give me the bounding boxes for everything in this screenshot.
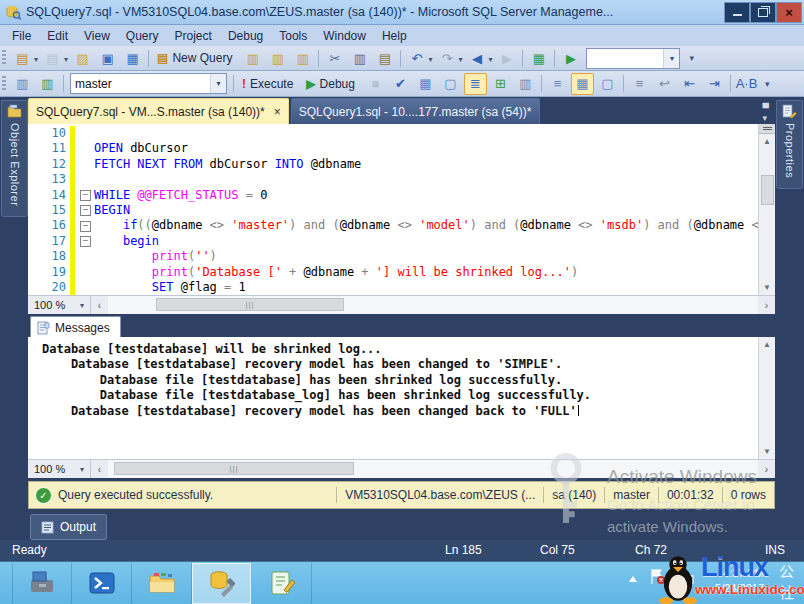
activity-monitor-icon[interactable]: ▦ bbox=[527, 47, 550, 69]
menu-window[interactable]: Window bbox=[315, 27, 374, 45]
redo-icon[interactable]: ↷ bbox=[435, 47, 458, 69]
new-dmx-query-icon[interactable]: ▥ bbox=[266, 47, 289, 69]
menu-tools[interactable]: Tools bbox=[271, 27, 315, 45]
collapse-icon[interactable]: – bbox=[80, 205, 91, 216]
object-explorer-tab[interactable]: Object Explorer bbox=[1, 100, 28, 217]
parse-icon[interactable]: ✔ bbox=[389, 73, 412, 95]
messages-pane[interactable]: Database [testdatabase] will be shrinked… bbox=[28, 337, 775, 459]
splitter-handle[interactable] bbox=[759, 124, 775, 134]
properties-tab[interactable]: Properties bbox=[776, 100, 803, 189]
editor-scroll-thumb[interactable] bbox=[761, 175, 774, 205]
paste-icon[interactable]: ▤ bbox=[373, 47, 396, 69]
collapse-icon[interactable]: – bbox=[80, 236, 91, 247]
menu-help[interactable]: Help bbox=[374, 27, 415, 45]
open-file-icon[interactable]: ▨ bbox=[71, 47, 94, 69]
intellisense-icon[interactable]: ≣ bbox=[464, 73, 487, 95]
find-combo-dropdown-icon[interactable]: ▾ bbox=[663, 49, 679, 68]
powershell-taskbar-button[interactable] bbox=[72, 563, 132, 604]
connect-database-icon[interactable]: ▥ bbox=[11, 73, 34, 95]
messages-scroll-right-icon[interactable]: › bbox=[758, 460, 775, 478]
query-options-icon[interactable]: ▢ bbox=[439, 73, 462, 95]
decrease-indent-icon[interactable]: ⇤ bbox=[678, 73, 701, 95]
title-bar[interactable]: SQLQuery7.sql - VM5310SQL04.base.com\ZEU… bbox=[0, 0, 804, 25]
undo-icon[interactable]: ↶ bbox=[405, 47, 428, 69]
increase-indent-icon[interactable]: ⇥ bbox=[703, 73, 726, 95]
messages-zoom-dropdown-icon[interactable]: ▾ bbox=[80, 460, 91, 478]
notepad-plus-plus-taskbar-button[interactable] bbox=[252, 563, 312, 604]
results-to-grid-icon[interactable]: ▦ bbox=[571, 73, 594, 95]
copy-icon[interactable]: ▥ bbox=[348, 47, 371, 69]
document-tab-1[interactable]: SQLQuery7.sql - VM...S.master (sa (140))… bbox=[28, 98, 289, 124]
redo-icon-dropdown[interactable]: ▾ bbox=[458, 55, 462, 64]
cut-icon[interactable]: ✂ bbox=[323, 47, 346, 69]
fold-margin[interactable]: – bbox=[80, 218, 94, 233]
fold-margin[interactable] bbox=[80, 249, 94, 264]
ssms-taskbar-button[interactable] bbox=[192, 563, 252, 604]
change-connection-icon[interactable]: ▥ bbox=[36, 73, 59, 95]
messages-vertical-scrollbar[interactable]: ▲ ▼ bbox=[758, 337, 775, 459]
estimated-plan-icon[interactable]: ▦ bbox=[414, 73, 437, 95]
results-to-text-icon[interactable]: ≡ bbox=[546, 73, 569, 95]
server-manager-taskbar-button[interactable] bbox=[12, 563, 72, 604]
available-databases-combo[interactable]: master▾ bbox=[70, 73, 227, 94]
close-button[interactable]: × bbox=[776, 2, 802, 23]
tray-expand-icon[interactable] bbox=[627, 570, 639, 588]
fold-margin[interactable] bbox=[80, 280, 94, 295]
action-center-flag-icon[interactable] bbox=[649, 568, 666, 589]
messages-scroll-up-icon[interactable]: ▲ bbox=[759, 337, 775, 352]
change-case-icon[interactable]: A·B bbox=[735, 73, 758, 95]
save-all-icon[interactable]: ▦ bbox=[121, 47, 144, 69]
messages-scroll-down-icon[interactable]: ▼ bbox=[759, 444, 775, 459]
add-new-item-icon[interactable]: ▤ bbox=[41, 47, 64, 69]
sql-editor[interactable]: 1011OPEN dbCursor12FETCH NEXT FROM dbCur… bbox=[28, 124, 775, 295]
editor-scroll-right-icon[interactable]: › bbox=[758, 296, 775, 314]
minimize-button[interactable] bbox=[724, 2, 750, 23]
debug-button[interactable]: ▶Debug bbox=[302, 76, 362, 92]
add-new-item-icon-dropdown[interactable]: ▾ bbox=[64, 55, 68, 64]
network-icon[interactable] bbox=[676, 569, 694, 588]
restore-button[interactable] bbox=[750, 2, 776, 23]
results-to-file-icon[interactable]: ▢ bbox=[596, 73, 619, 95]
navigate-forward-icon[interactable]: ▶ bbox=[495, 47, 518, 69]
editor-horizontal-scrollbar[interactable]: ||| bbox=[108, 296, 758, 314]
fold-margin[interactable] bbox=[80, 126, 94, 141]
menu-edit[interactable]: Edit bbox=[39, 27, 76, 45]
tab-close-icon[interactable]: × bbox=[274, 105, 281, 119]
fold-margin[interactable] bbox=[80, 265, 94, 280]
scroll-down-icon[interactable]: ▼ bbox=[759, 280, 775, 295]
collapse-icon[interactable]: – bbox=[80, 221, 91, 232]
find-combo[interactable]: ▾ bbox=[586, 48, 680, 69]
uncomment-icon[interactable]: ↩ bbox=[653, 73, 676, 95]
tab-list-dropdown-icon[interactable]: ▀▾ bbox=[763, 103, 769, 123]
new-query-shortcut-icon-dropdown[interactable]: ▾ bbox=[34, 55, 38, 64]
menu-debug[interactable]: Debug bbox=[220, 27, 271, 45]
fold-margin[interactable]: – bbox=[80, 188, 94, 203]
messages-scroll-left-icon[interactable]: ‹ bbox=[91, 460, 108, 478]
messages-zoom-level[interactable]: 100 % bbox=[28, 463, 80, 475]
fold-margin[interactable]: – bbox=[80, 203, 94, 218]
new-xmla-query-icon[interactable]: ▥ bbox=[291, 47, 314, 69]
toolbar-grip[interactable] bbox=[2, 50, 6, 66]
new-mdx-query-icon[interactable]: ▥ bbox=[241, 47, 264, 69]
scroll-up-icon[interactable]: ▲ bbox=[759, 134, 775, 149]
fold-margin[interactable] bbox=[80, 141, 94, 156]
messages-hscroll-thumb[interactable]: ||| bbox=[114, 462, 354, 475]
editor-scroll-left-icon[interactable]: ‹ bbox=[91, 296, 108, 314]
standard-toolbar-overflow-button[interactable]: ▾ bbox=[685, 53, 698, 63]
new-query-shortcut-icon[interactable]: ▤ bbox=[11, 47, 34, 69]
start-debugging-icon[interactable]: ▶ bbox=[559, 47, 582, 69]
messages-tab[interactable]: Messages bbox=[30, 316, 121, 338]
editor-zoom-level[interactable]: 100 % bbox=[28, 299, 80, 311]
fold-margin[interactable] bbox=[80, 157, 94, 172]
file-explorer-taskbar-button[interactable] bbox=[132, 563, 192, 604]
actual-plan-icon[interactable]: ▥ bbox=[514, 73, 537, 95]
comment-icon[interactable]: ≡ bbox=[628, 73, 651, 95]
fold-margin[interactable]: – bbox=[80, 234, 94, 249]
messages-horizontal-scrollbar[interactable]: ||| bbox=[108, 460, 758, 478]
taskbar-clock[interactable]: 4:37 PM 5/24/2017 bbox=[715, 566, 764, 596]
editor-vertical-scrollbar[interactable]: ▲ ▼ bbox=[758, 124, 775, 295]
editor-zoom-dropdown-icon[interactable]: ▾ bbox=[80, 296, 91, 314]
editor-hscroll-thumb[interactable]: ||| bbox=[156, 298, 344, 311]
document-tab-2[interactable]: SQLQuery1.sql - 10....177.master (sa (54… bbox=[291, 98, 540, 124]
menu-file[interactable]: File bbox=[4, 27, 39, 45]
